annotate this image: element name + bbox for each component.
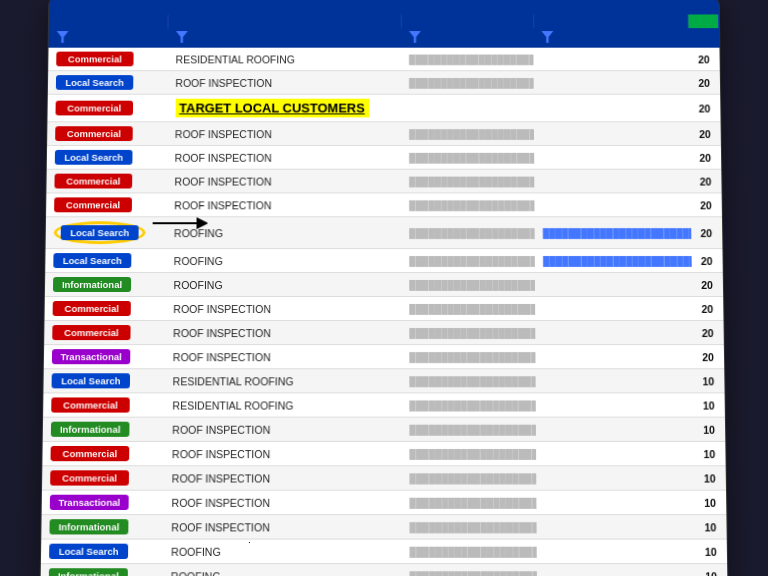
filter-intent[interactable]: [49, 28, 168, 48]
cell-volume: 10: [694, 441, 726, 465]
table-row: Local SearchRESIDENTIAL ROOFING█████████…: [43, 369, 724, 393]
cell-keyword: ████████████████████: [401, 539, 537, 564]
cell-volume: 10: [695, 539, 727, 564]
cell-intent: Transactional: [42, 490, 164, 514]
cell-volume: 10: [693, 369, 724, 393]
cell-intent: Informational: [41, 515, 163, 539]
cell-topic: ROOF INSPECTION: [163, 490, 401, 514]
cell-topic: RESIDENTIAL ROOFING: [168, 48, 401, 71]
cell-keyword: ████████████████████: [401, 273, 535, 297]
intent-badge: Commercial: [51, 397, 130, 412]
intent-badge: Commercial: [55, 126, 133, 141]
cell-volume: 20: [691, 249, 722, 273]
cell-topic: ROOF INSPECTION: [165, 321, 401, 345]
cell-ranking-url: [534, 169, 690, 193]
keyword-table: CommercialRESIDENTIAL ROOFING███████████…: [41, 14, 728, 576]
cell-ranking-url: [534, 122, 689, 146]
table-row: Local SearchROOF INSPECTION█████████████…: [47, 145, 721, 169]
intent-badge: Informational: [51, 422, 130, 437]
arrow-annotation: [148, 213, 208, 233]
cell-topic: ROOFING: [165, 273, 401, 297]
cell-volume: 20: [689, 94, 720, 122]
filter-icon-topic: [176, 31, 188, 43]
cell-keyword: ████████████████████: [401, 296, 535, 320]
cell-keyword: ████████████████████: [401, 321, 535, 345]
cell-ranking-url: [534, 94, 689, 122]
col-volume: [688, 14, 719, 28]
cell-ranking-url: [535, 193, 691, 217]
table-row: CommercialROOF INSPECTION███████████████…: [46, 169, 721, 193]
cell-keyword: ████████████████████: [401, 564, 537, 576]
cell-ranking-url: [535, 296, 692, 320]
cell-intent: Local Search: [45, 249, 166, 273]
cell-intent: Commercial: [46, 169, 166, 193]
table-row: InformationalROOF INSPECTION████████████…: [41, 515, 726, 539]
cell-ranking-url: [537, 539, 695, 564]
cell-ranking-url: ████████████████████████: [535, 249, 691, 273]
filter-topic[interactable]: [168, 28, 401, 48]
cell-keyword: ████████████████████: [401, 490, 536, 514]
intent-badge: Commercial: [54, 197, 132, 212]
cell-intent: Commercial: [43, 393, 164, 417]
cell-topic: ROOFING: [166, 249, 402, 273]
cell-topic: ROOFING: [163, 564, 402, 576]
intent-badge: Informational: [49, 519, 128, 534]
cell-keyword: ████████████████████: [401, 193, 535, 217]
cell-intent: Commercial: [45, 296, 166, 320]
cell-intent: Commercial: [47, 122, 167, 146]
table-row: InformationalROOF INSPECTION████████████…: [43, 417, 725, 441]
cell-volume: 20: [688, 48, 719, 71]
cell-intent: Commercial: [42, 441, 164, 465]
cell-topic: RESIDENTIAL ROOFING: [164, 393, 401, 417]
intent-badge: Transactional: [52, 349, 130, 364]
cell-volume: 20: [691, 273, 722, 297]
cell-topic: ROOF INSPECTION: [164, 466, 402, 490]
table-row: CommercialROOF INSPECTION███████████████…: [44, 321, 723, 345]
cell-keyword: ████████████████████: [401, 466, 536, 490]
col-keyword: [401, 14, 533, 28]
intent-badge: Commercial: [50, 470, 129, 485]
cell-topic: ROOF INSPECTION: [164, 417, 401, 441]
cell-intent: Local Search: [47, 145, 167, 169]
cell-intent: Commercial: [47, 94, 167, 122]
keyword-research-card: CommercialRESIDENTIAL ROOFING███████████…: [40, 0, 729, 576]
cell-intent: Local Search: [43, 369, 164, 393]
cell-ranking-url: [534, 145, 690, 169]
cell-volume: 10: [693, 417, 724, 441]
cell-ranking-url: [536, 417, 694, 441]
cell-topic: ROOF INSPECTION: [167, 122, 401, 146]
cell-topic: RESIDENTIAL ROOFING: [165, 369, 402, 393]
cell-ranking-url: [535, 321, 692, 345]
cell-ranking-url: [536, 345, 693, 369]
cell-volume: 20: [692, 345, 723, 369]
cell-topic: ROOF INSPECTION: [165, 345, 402, 369]
intent-badge: Transactional: [50, 495, 129, 510]
cell-volume: 20: [690, 193, 721, 217]
intent-badge: Local Search: [61, 225, 139, 240]
intent-badge: Local Search: [53, 253, 131, 268]
target-banner: TARGET LOCAL CUSTOMERS: [175, 99, 369, 118]
cell-keyword: ████████████████████: [401, 122, 534, 146]
filter-keyword[interactable]: [401, 28, 534, 48]
intent-badge: Commercial: [50, 446, 129, 461]
intent-badge: Local Search: [49, 544, 128, 559]
table-row: CommercialRESIDENTIAL ROOFING███████████…: [48, 48, 719, 71]
table-row: Local SearchROOFING█████████████████████…: [45, 249, 722, 273]
table-body: CommercialRESIDENTIAL ROOFING███████████…: [41, 48, 727, 576]
table-row: CommercialROOF INSPECTION███████████████…: [47, 122, 720, 146]
cell-ranking-url: [537, 564, 696, 576]
intent-badge: Local Search: [56, 75, 133, 90]
col-search-intent: [49, 14, 168, 28]
cell-topic: ROOF INSPECTION: [167, 71, 401, 95]
col-topic: [168, 14, 401, 28]
filter-ranking[interactable]: [534, 28, 689, 48]
cell-intent: Local Search: [41, 539, 163, 564]
cell-intent: Transactional: [44, 345, 165, 369]
cell-keyword: ████████████████████: [401, 393, 536, 417]
cell-intent: Local Search: [46, 217, 167, 249]
cell-intent: Local Search: [48, 71, 168, 95]
table-row: CommercialROOF INSPECTION███████████████…: [45, 296, 723, 320]
cell-ranking-url: ████████████████████████: [535, 217, 691, 249]
cell-keyword: ████████████████████: [401, 417, 536, 441]
intent-badge: Informational: [53, 277, 131, 292]
